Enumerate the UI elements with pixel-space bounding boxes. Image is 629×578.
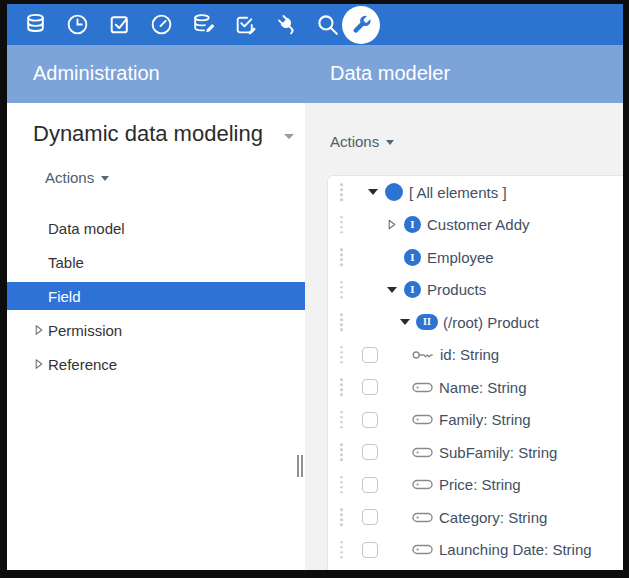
tree-row-products[interactable]: I Products — [328, 274, 623, 307]
tree-row-field-price[interactable]: Price: String — [328, 469, 623, 502]
drag-handle-icon[interactable] — [340, 411, 343, 429]
left-actions-label: Actions — [45, 169, 94, 186]
collapse-caret-icon[interactable] — [366, 189, 379, 195]
panel-resize-handle[interactable] — [297, 455, 303, 477]
gauge-icon[interactable] — [149, 12, 174, 37]
drag-handle-icon[interactable] — [340, 444, 343, 462]
field-column-icon — [412, 414, 433, 425]
tree-label: Products — [427, 281, 486, 298]
drag-handle-icon[interactable] — [340, 476, 343, 494]
right-actions-label: Actions — [330, 133, 379, 150]
database-icon[interactable] — [23, 12, 48, 37]
drag-handle-icon[interactable] — [340, 379, 343, 397]
tree-label: SubFamily: String — [439, 444, 557, 461]
field-checkbox[interactable] — [362, 477, 378, 493]
menu-item-label: Field — [48, 288, 81, 305]
tree-row-all-elements[interactable]: [ All elements ] — [328, 176, 623, 209]
drag-handle-icon[interactable] — [340, 314, 343, 332]
tree-label: Launching Date: String — [439, 541, 592, 558]
chevron-down-icon — [386, 140, 394, 145]
tree-label: (/root) Product — [443, 314, 539, 331]
field-column-icon — [412, 544, 433, 555]
tree-row-customer-addy[interactable]: I Customer Addy — [328, 209, 623, 242]
drag-handle-icon[interactable] — [340, 249, 343, 267]
drag-handle-icon[interactable] — [340, 541, 343, 559]
tree-row-field-subfamily[interactable]: SubFamily: String — [328, 436, 623, 469]
entity-info-icon: I — [404, 216, 421, 233]
entity-info-icon: I — [404, 249, 421, 266]
right-actions-dropdown[interactable]: Actions — [330, 133, 394, 150]
data-modeler-panel: Actions [ All elements ] I — [305, 103, 623, 570]
tree-row-field-name[interactable]: Name: String — [328, 371, 623, 404]
menu-item-label: Data model — [48, 220, 125, 237]
expand-caret-icon[interactable] — [385, 219, 398, 230]
title-dropdown-caret-icon[interactable] — [284, 134, 294, 139]
checkbox-check-icon[interactable] — [107, 12, 132, 37]
all-elements-icon — [385, 183, 403, 201]
expand-caret-icon[interactable] — [35, 325, 43, 336]
tree-row-field-id[interactable]: id: String — [328, 339, 623, 372]
field-column-icon — [412, 382, 433, 393]
field-checkbox[interactable] — [362, 347, 378, 363]
collapse-caret-icon[interactable] — [385, 287, 398, 293]
tree-row-field-launching-date[interactable]: Launching Date: String — [328, 534, 623, 567]
menu-item-label: Table — [48, 254, 84, 271]
admin-menu: Data model Table Field Permission Refere… — [7, 211, 305, 381]
tree-label: Category: String — [439, 509, 547, 526]
page-title: Dynamic data modeling — [33, 121, 263, 147]
search-icon[interactable] — [315, 12, 340, 37]
key-icon — [412, 349, 434, 361]
screenshot-frame: Administration Data modeler Dynamic data… — [0, 0, 629, 578]
drag-handle-icon[interactable] — [340, 184, 343, 202]
right-panel-header: Data modeler — [330, 62, 450, 85]
tree-label: id: String — [440, 346, 499, 363]
table-icon: II — [416, 314, 438, 330]
database-edit-icon[interactable] — [191, 12, 216, 37]
menu-item-table[interactable]: Table — [7, 245, 305, 279]
menu-item-label: Permission — [48, 322, 122, 339]
drag-handle-icon[interactable] — [340, 346, 343, 364]
tree-label: Name: String — [439, 379, 527, 396]
drag-handle-icon[interactable] — [340, 216, 343, 234]
collapse-caret-icon[interactable] — [398, 319, 411, 325]
app-window: Administration Data modeler Dynamic data… — [7, 4, 623, 570]
drag-handle-icon[interactable] — [340, 509, 343, 527]
drag-handle-icon[interactable] — [340, 281, 343, 299]
form-edit-icon[interactable] — [233, 12, 258, 37]
menu-item-field[interactable]: Field — [7, 282, 305, 310]
field-checkbox[interactable] — [362, 412, 378, 428]
wrench-icon — [349, 13, 373, 37]
menu-item-data-model[interactable]: Data model — [7, 211, 305, 245]
field-column-icon — [412, 479, 433, 490]
model-tree-card: [ All elements ] I Customer Addy I — [327, 175, 623, 570]
tree-label: Customer Addy — [427, 216, 530, 233]
clock-icon[interactable] — [65, 12, 90, 37]
menu-item-permission[interactable]: Permission — [7, 313, 305, 347]
left-panel-header: Administration — [33, 62, 160, 85]
entity-info-icon: I — [404, 281, 421, 298]
tree-label: Price: String — [439, 476, 521, 493]
menu-item-reference[interactable]: Reference — [7, 347, 305, 381]
tree-row-field-category[interactable]: Category: String — [328, 501, 623, 534]
tree-label: [ All elements ] — [409, 184, 507, 201]
field-checkbox[interactable] — [362, 444, 378, 460]
field-column-icon — [412, 447, 433, 458]
field-checkbox[interactable] — [362, 509, 378, 525]
tree-row-field-family[interactable]: Family: String — [328, 404, 623, 437]
left-actions-dropdown[interactable]: Actions — [45, 169, 109, 186]
tree-label: Employee — [427, 249, 494, 266]
chevron-down-icon — [101, 176, 109, 181]
tree-row-root-product[interactable]: II (/root) Product — [328, 306, 623, 339]
field-checkbox[interactable] — [362, 379, 378, 395]
menu-item-label: Reference — [48, 356, 117, 373]
panel-headers-band: Administration Data modeler — [7, 45, 623, 103]
administration-panel: Dynamic data modeling Actions Data model… — [7, 103, 305, 570]
tree-row-employee[interactable]: I Employee — [328, 241, 623, 274]
field-checkbox[interactable] — [362, 542, 378, 558]
plug-icon[interactable] — [275, 12, 300, 37]
tree-label: Family: String — [439, 411, 531, 428]
wrench-icon-active[interactable] — [342, 6, 380, 44]
top-toolbar — [7, 4, 623, 45]
field-column-icon — [412, 512, 433, 523]
expand-caret-icon[interactable] — [35, 359, 43, 370]
